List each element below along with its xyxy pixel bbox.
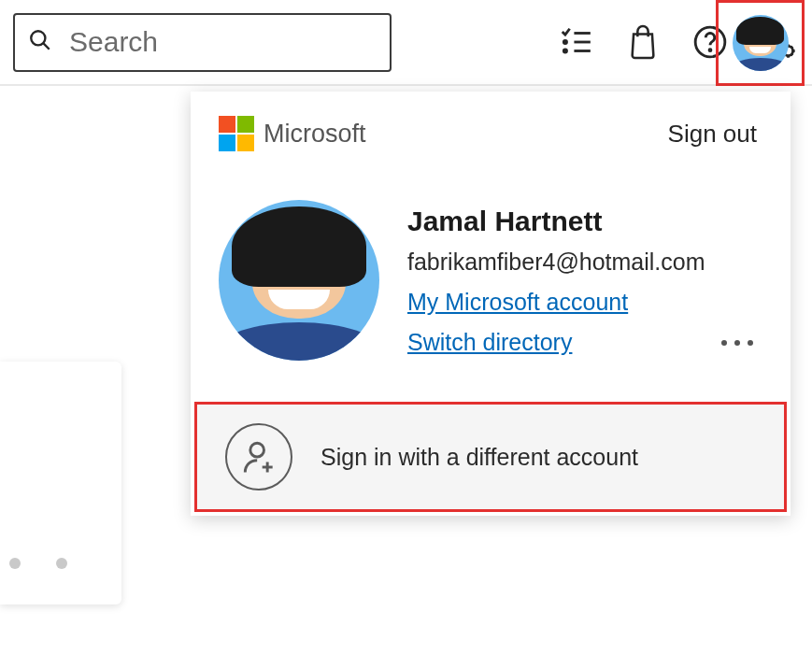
user-info: Jamal Hartnett fabrikamfiber4@hotmail.co… [407, 200, 762, 356]
account-panel: Microsoft Sign out Jamal Hartnett fabrik… [191, 92, 791, 516]
panel-body: Jamal Hartnett fabrikamfiber4@hotmail.co… [191, 163, 791, 398]
add-person-icon [225, 423, 292, 490]
dot[interactable] [56, 558, 67, 569]
user-avatar-button[interactable] [716, 0, 805, 86]
pagination-dots [9, 558, 67, 569]
dot[interactable] [9, 558, 21, 569]
more-options-icon[interactable] [712, 331, 762, 355]
microsoft-brand: Microsoft [219, 116, 366, 151]
svg-point-0 [31, 31, 45, 45]
sign-out-link[interactable]: Sign out [668, 120, 757, 149]
microsoft-logo-icon [219, 116, 254, 151]
task-list-icon[interactable] [558, 24, 593, 60]
svg-line-1 [43, 43, 49, 49]
sign-in-different-account-button[interactable]: Sign in with a different account [194, 402, 787, 512]
svg-point-8 [709, 50, 711, 51]
svg-point-6 [563, 50, 566, 52]
search-input[interactable] [69, 26, 377, 58]
search-box[interactable] [13, 13, 392, 72]
user-avatar-icon [733, 15, 789, 71]
footer-label: Sign in with a different account [321, 444, 638, 471]
my-account-link[interactable]: My Microsoft account [407, 289, 628, 316]
top-toolbar [0, 0, 812, 86]
search-icon [28, 28, 52, 56]
svg-point-11 [250, 443, 264, 457]
panel-header: Microsoft Sign out [191, 92, 791, 163]
switch-directory-link[interactable]: Switch directory [407, 329, 572, 356]
user-email: fabrikamfiber4@hotmail.com [407, 249, 762, 276]
svg-point-4 [563, 40, 566, 43]
shopping-bag-icon[interactable] [627, 23, 659, 61]
user-avatar-large [219, 200, 379, 361]
user-name: Jamal Hartnett [407, 206, 762, 237]
brand-text: Microsoft [264, 120, 366, 149]
